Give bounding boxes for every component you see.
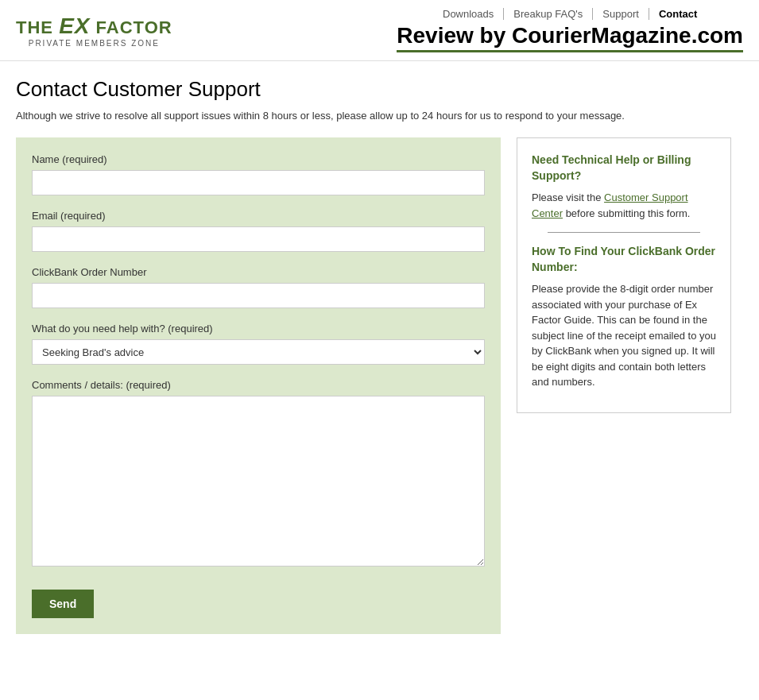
content-columns: Name (required) Email (required) ClickBa… [16, 137, 743, 634]
logo-area: THE EX FACTOR PRIVATE MEMBERS ZONE [16, 14, 172, 48]
comments-textarea[interactable] [32, 396, 485, 567]
sidebar-text-after: before submitting this form. [563, 207, 690, 219]
email-label: Email (required) [32, 210, 485, 222]
help-select[interactable]: Seeking Brad's advice Technical Issue Bi… [32, 339, 485, 365]
help-group: What do you need help with? (required) S… [32, 323, 485, 365]
logo-ex: EX [59, 14, 90, 38]
nav-contact[interactable]: Contact [649, 8, 707, 20]
sidebar-panel: Need Technical Help or Billing Support? … [517, 137, 731, 413]
sidebar-section2-text: Please provide the 8-digit order number … [532, 281, 716, 390]
comments-label: Comments / details: (required) [32, 379, 485, 391]
nav-links: Downloads Breakup FAQ's Support Contact [433, 8, 707, 20]
help-label: What do you need help with? (required) [32, 323, 485, 335]
clickbank-label: ClickBank Order Number [32, 266, 485, 278]
sidebar-section1-text: Please visit the Customer Support Center… [532, 190, 716, 221]
comments-group: Comments / details: (required) [32, 379, 485, 569]
clickbank-group: ClickBank Order Number [32, 266, 485, 308]
sidebar-divider [548, 232, 700, 233]
sidebar-section1-title: Need Technical Help or Billing Support? [532, 153, 716, 184]
name-label: Name (required) [32, 153, 485, 165]
sidebar-section2-title: How To Find Your ClickBank Order Number: [532, 244, 716, 275]
send-button[interactable]: Send [32, 590, 94, 618]
form-panel: Name (required) Email (required) ClickBa… [16, 137, 501, 634]
name-group: Name (required) [32, 153, 485, 195]
email-group: Email (required) [32, 210, 485, 252]
sidebar-text-before: Please visit the [532, 191, 604, 203]
nav-support[interactable]: Support [593, 8, 649, 20]
review-banner: Review by CourierMagazine.com [397, 23, 743, 52]
clickbank-input[interactable] [32, 283, 485, 308]
name-input[interactable] [32, 170, 485, 195]
nav-downloads[interactable]: Downloads [433, 8, 504, 20]
logo-subtitle: PRIVATE MEMBERS ZONE [16, 39, 172, 48]
logo: THE EX FACTOR [16, 14, 172, 39]
email-input[interactable] [32, 226, 485, 252]
nav-area: Downloads Breakup FAQ's Support Contact … [397, 8, 743, 52]
page-description: Although we strive to resolve all suppor… [16, 110, 731, 122]
header: THE EX FACTOR PRIVATE MEMBERS ZONE Downl… [0, 0, 759, 61]
main-content: Contact Customer Support Although we str… [0, 61, 759, 650]
page-title: Contact Customer Support [16, 77, 743, 102]
nav-breakup-faqs[interactable]: Breakup FAQ's [504, 8, 593, 20]
